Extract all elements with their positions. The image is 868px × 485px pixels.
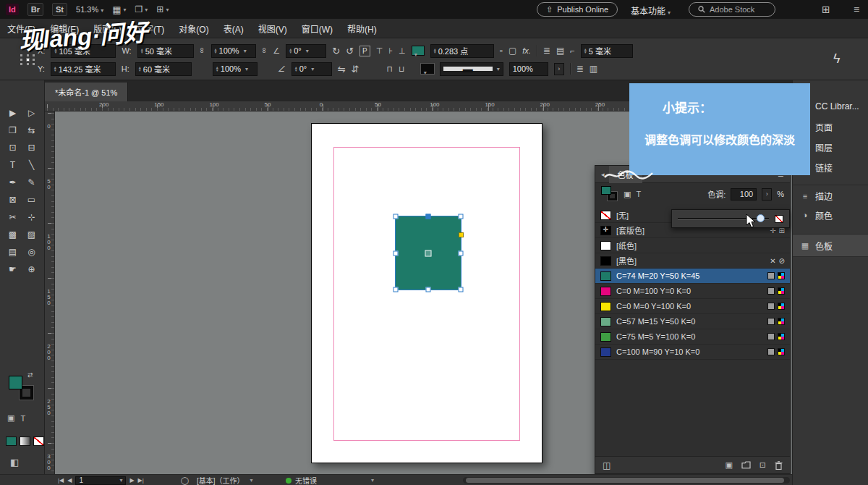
- note-tool[interactable]: ▤: [4, 244, 22, 260]
- pen-tool[interactable]: ✒: [4, 174, 22, 190]
- constrain-scale-link-icon[interactable]: ∞: [260, 48, 268, 54]
- document-tab[interactable]: *未命名-1 @ 51%: [45, 83, 128, 101]
- bridge-icon[interactable]: Br: [27, 3, 43, 16]
- menu-item[interactable]: 视图(V): [258, 22, 287, 35]
- selection-handle[interactable]: [426, 214, 431, 219]
- dock-item-color[interactable]: ◑ 颜色: [793, 205, 868, 225]
- view-options-icon[interactable]: ▦: [112, 4, 126, 15]
- rectangle-frame-tool[interactable]: ⊠: [4, 192, 22, 208]
- tint-ramp-icon[interactable]: [775, 215, 783, 223]
- content-grabber[interactable]: [425, 250, 432, 256]
- scale-y-field[interactable]: 100%: [213, 62, 258, 76]
- flip-vertical-icon[interactable]: ⇵: [352, 64, 359, 75]
- gradient-swatch-tool[interactable]: ▩: [4, 227, 22, 242]
- effects-fx-button[interactable]: fx.: [522, 46, 531, 55]
- screen-mode-icon[interactable]: ❐: [135, 4, 148, 14]
- page-number-field[interactable]: 1: [75, 476, 126, 485]
- swap-fill-stroke-icon[interactable]: ⇄: [27, 371, 33, 379]
- rectangle-tool[interactable]: ▭: [22, 192, 41, 208]
- fill-stroke-proxy[interactable]: ⇄: [9, 376, 38, 405]
- free-transform-tool[interactable]: ⊹: [22, 209, 41, 225]
- rotate-ccw-icon[interactable]: ↺: [346, 46, 354, 56]
- pencil-tool[interactable]: ✎: [22, 174, 41, 190]
- preflight-status-caret[interactable]: [369, 475, 374, 485]
- apps-grid-icon[interactable]: ⊞: [822, 4, 830, 15]
- horizontal-scrollbar-thumb[interactable]: [466, 478, 784, 483]
- tint-dropdown-caret[interactable]: ›: [762, 188, 772, 201]
- text-wrap-icon[interactable]: ▥: [590, 64, 597, 74]
- preflight-profile-dropdown[interactable]: [基本]（工作）: [197, 475, 253, 485]
- align-top-icon[interactable]: ⊤: [376, 46, 383, 56]
- selection-handle[interactable]: [393, 214, 399, 219]
- scale-x-field[interactable]: 100%: [211, 44, 256, 58]
- selection-handle[interactable]: [459, 287, 464, 292]
- next-page-button[interactable]: ▶: [129, 477, 134, 484]
- distribute-a-icon[interactable]: ⊓: [386, 64, 393, 74]
- preflight-status[interactable]: 无错误: [286, 475, 317, 485]
- shear-field[interactable]: 0°: [292, 62, 332, 76]
- scissors-tool[interactable]: ✂: [4, 209, 22, 225]
- tint-slider-track[interactable]: [678, 218, 769, 220]
- formatting-affects-text-icon[interactable]: T: [20, 413, 25, 423]
- stroke-color-swatch[interactable]: [421, 64, 434, 74]
- zoom-tool[interactable]: ⊕: [22, 261, 41, 277]
- fill-proxy-box[interactable]: [9, 376, 22, 389]
- flip-horizontal-icon[interactable]: ⇋: [338, 64, 346, 75]
- panel-collapse-icon[interactable]: ◂: [601, 171, 605, 178]
- first-page-button[interactable]: |◀: [58, 477, 64, 484]
- stock-icon[interactable]: St: [52, 3, 67, 16]
- story-panel-icon[interactable]: ▤: [556, 46, 564, 56]
- proxy-dot[interactable]: [33, 54, 35, 56]
- menu-item[interactable]: 表(A): [224, 22, 244, 35]
- menu-item[interactable]: 对象(O): [179, 22, 208, 35]
- swatch-row[interactable]: [黑色] ✕⊘: [595, 253, 790, 269]
- proxy-dot[interactable]: [20, 63, 22, 65]
- container-box-icon[interactable]: ▢: [509, 46, 516, 56]
- publish-online-button[interactable]: ⇧ Publish Online: [537, 2, 618, 17]
- formatting-container-icon[interactable]: ▣: [624, 190, 631, 199]
- apply-gradient-button[interactable]: [20, 436, 30, 446]
- apply-none-button[interactable]: [33, 436, 44, 446]
- delete-swatch-icon[interactable]: [775, 461, 783, 470]
- selection-handle[interactable]: [393, 287, 399, 292]
- page-tool[interactable]: ❐: [4, 122, 22, 138]
- h-field[interactable]: 60 毫米: [135, 62, 192, 76]
- gradient-feather-tool[interactable]: ▨: [22, 227, 41, 242]
- prev-page-button[interactable]: ◀: [67, 477, 72, 484]
- menu-item[interactable]: 编辑(E): [50, 22, 79, 35]
- swatch-row[interactable]: C=75 M=5 Y=100 K=0: [595, 329, 790, 345]
- opacity-field[interactable]: 100%: [509, 62, 548, 76]
- menu-item[interactable]: 帮助(H): [347, 22, 377, 35]
- selected-shape[interactable]: [395, 216, 461, 290]
- app-menu-icon[interactable]: ≡: [854, 4, 859, 15]
- w-field[interactable]: 50 毫米: [137, 44, 194, 58]
- content-collector-tool[interactable]: ⊡: [4, 140, 22, 156]
- document-page[interactable]: [311, 123, 542, 463]
- last-page-button[interactable]: ▶|: [138, 477, 144, 484]
- direct-selection-tool[interactable]: ▷: [22, 105, 41, 121]
- proxy-dot[interactable]: [20, 54, 22, 56]
- align-bottom-icon[interactable]: ⊥: [399, 46, 406, 56]
- menu-item[interactable]: 文字(T): [136, 22, 164, 35]
- formatting-affects-container-icon[interactable]: ▣: [7, 413, 14, 423]
- select-container-badge[interactable]: P: [359, 46, 370, 56]
- paragraph-panel-icon[interactable]: ≣: [543, 46, 550, 56]
- proxy-dot[interactable]: [20, 59, 22, 61]
- rotation-field[interactable]: 0°: [286, 44, 326, 58]
- selection-handle[interactable]: [459, 250, 464, 256]
- gap-tool[interactable]: ⇆: [22, 122, 41, 138]
- proxy-dot[interactable]: [33, 59, 35, 61]
- workspace-switcher[interactable]: 基本功能: [631, 4, 671, 17]
- swatch-row[interactable]: [纸色]: [595, 238, 790, 253]
- new-color-group-icon[interactable]: ▣: [725, 460, 732, 470]
- hand-tool[interactable]: ☛: [4, 261, 22, 277]
- fill-color-swatch[interactable]: [412, 46, 425, 56]
- arrange-documents-icon[interactable]: ⊞: [156, 4, 169, 14]
- corner-size-field[interactable]: 5 毫米: [581, 44, 633, 58]
- vertical-ruler[interactable]: 050100150200250300: [45, 111, 55, 474]
- swatch-row[interactable]: C=0 M=0 Y=100 K=0: [595, 299, 790, 314]
- tint-value-field[interactable]: 100: [731, 188, 757, 201]
- swatch-row[interactable]: C=100 M=90 Y=10 K=0: [595, 345, 790, 360]
- type-tool[interactable]: T: [4, 157, 22, 173]
- menu-item[interactable]: 版面(L): [93, 22, 122, 35]
